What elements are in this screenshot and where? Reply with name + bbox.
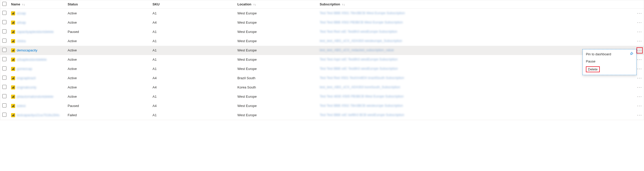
svg-rect-14 [14, 49, 14, 51]
subscription-cell: test_test_ABG_xCX_ADA303 koreSouth_Subsc… [318, 83, 634, 92]
col-header-subscription[interactable]: Subscription ↑↓ [318, 0, 634, 8]
more-actions-button[interactable]: ··· [637, 112, 643, 118]
resource-name-link[interactable]: a3saplestdontdelete [17, 58, 47, 61]
sku-cell: A1 [150, 111, 235, 120]
row-checkbox[interactable] [2, 57, 6, 61]
subscription-cell: Test Test Red vdC Test8h3 westEurope Sub… [318, 27, 634, 37]
table-row[interactable]: a3saplestdontdeleteActiveA1West EuropeTe… [0, 55, 644, 64]
svg-rect-17 [14, 59, 14, 61]
svg-rect-9 [12, 41, 13, 42]
svg-rect-20 [14, 68, 14, 70]
table-row[interactable]: tuitestPausedA4West EuropeTest Test BBB … [0, 101, 644, 111]
resource-name-link[interactable]: a1sap [17, 11, 26, 15]
more-actions-button[interactable]: ··· [637, 47, 643, 53]
status-cell: Active [66, 74, 150, 83]
row-checkbox[interactable] [2, 76, 6, 80]
row-checkbox[interactable] [2, 20, 6, 24]
resource-name-link[interactable]: a4sap [17, 21, 26, 24]
svg-rect-19 [13, 68, 13, 70]
table-row[interactable]: clintraActiveA1West Europetest_test_ABG_… [0, 37, 644, 46]
resource-name-link[interactable]: engmakconly [17, 85, 37, 89]
location-cell: West Europe [235, 111, 318, 120]
more-actions-button[interactable]: ··· [637, 84, 643, 91]
svg-rect-13 [13, 50, 13, 51]
status-cell: Active [66, 8, 150, 18]
resource-name-link[interactable]: testcapacitys21ss7018s284s [17, 113, 59, 117]
sort-icon: ↑↓ [341, 3, 345, 6]
col-header-status[interactable]: Status [66, 0, 150, 8]
more-actions-button[interactable]: ··· [637, 75, 643, 81]
more-actions-button[interactable]: ··· [637, 94, 643, 100]
menu-item-pause[interactable]: Pause [583, 58, 636, 65]
row-checkbox[interactable] [2, 39, 6, 43]
svg-rect-6 [12, 32, 13, 33]
svg-rect-2 [14, 12, 14, 14]
col-header-location[interactable]: Location ↑↓ [235, 0, 318, 8]
row-checkbox[interactable] [2, 29, 6, 33]
table-row[interactable]: democapacityActiveA1West Europetest_test… [0, 46, 644, 55]
status-cell: Active [66, 64, 150, 74]
subscription-cell: Test Test 4830 X505 PB3BCB West Europe S… [318, 92, 634, 101]
location-cell: West Europe [235, 55, 318, 64]
col-header-status-label: Status [68, 2, 78, 6]
row-checkbox[interactable] [2, 11, 6, 15]
sku-cell: A1 [150, 55, 235, 64]
sku-cell: A4 [150, 101, 235, 111]
row-checkbox[interactable] [2, 103, 6, 107]
capacity-icon [11, 76, 15, 80]
menu-item-delete-label: Delete [586, 66, 600, 72]
ellipsis-icon: ··· [637, 113, 642, 117]
svg-rect-25 [13, 87, 13, 88]
col-header-sku[interactable]: SKU [150, 0, 235, 8]
table-row[interactable]: gomezcapActiveA1West EuropeTest Test BBB… [0, 64, 644, 74]
table-row[interactable]: engmakconlyActiveA4Korea Southtest_test_… [0, 83, 644, 92]
table-header-row: Name ↑↓ Status SKU Location ↑↓ Subscript… [0, 0, 644, 8]
subscription-cell: Test Test BBB X502 78m3BCB westeurope Su… [318, 101, 634, 111]
resource-name-link[interactable]: gomezcap [17, 67, 32, 71]
resource-name-link[interactable]: tuitest [17, 104, 26, 108]
sku-cell: A1 [150, 46, 235, 55]
row-checkbox[interactable] [2, 48, 6, 52]
table-row[interactable]: engcapbrazilActiveA4Brazil SouthTest Tes… [0, 74, 644, 83]
svg-rect-23 [14, 77, 14, 79]
row-checkbox[interactable] [2, 85, 6, 89]
location-cell: West Europe [235, 8, 318, 18]
svg-rect-30 [12, 106, 13, 107]
resource-name-link[interactable]: capacityaptestdontdelete [17, 30, 54, 34]
more-actions-button[interactable]: ··· [637, 10, 643, 16]
col-header-name[interactable]: Name ↑↓ [9, 0, 66, 8]
table-row[interactable]: a1sapActiveA1West EuropeTest Test BBB X5… [0, 8, 644, 18]
more-actions-button[interactable]: ··· [637, 103, 643, 109]
menu-item-delete[interactable]: Delete [583, 65, 636, 74]
row-checkbox[interactable] [2, 94, 6, 98]
col-header-sku-label: SKU [153, 2, 159, 6]
table-row[interactable]: a4sapActiveA4West EuropeTest Test BBB X5… [0, 18, 644, 27]
resource-name-link[interactable]: engcapbrazil [17, 76, 36, 80]
table-row[interactable]: capacityaptestdontdeletePausedA1West Eur… [0, 27, 644, 37]
svg-rect-34 [13, 115, 13, 116]
table-row[interactable]: pbiautomationdontdeleteActiveA1West Euro… [0, 92, 644, 101]
svg-rect-33 [12, 115, 13, 116]
select-all-checkbox[interactable] [2, 2, 6, 6]
row-checkbox[interactable] [2, 113, 6, 117]
more-actions-button[interactable]: ··· [637, 20, 643, 26]
menu-item-pin[interactable]: Pin to dashboard [583, 50, 636, 58]
resource-name-link[interactable]: clintra [17, 39, 26, 43]
svg-rect-1 [13, 13, 13, 14]
capacity-icon [11, 39, 15, 43]
svg-rect-7 [13, 31, 13, 33]
more-actions-button[interactable]: ··· [637, 29, 643, 35]
location-cell: West Europe [235, 18, 318, 27]
capacity-icon [11, 30, 15, 34]
capacity-icon [11, 85, 15, 89]
resource-name-link[interactable]: pbiautomationdontdelete [17, 95, 53, 98]
row-checkbox[interactable] [2, 66, 6, 70]
more-actions-button[interactable]: ··· [637, 66, 643, 72]
sku-cell: A1 [150, 92, 235, 101]
capacity-icon [11, 67, 15, 71]
resource-name-link[interactable]: democapacity [17, 48, 37, 52]
more-actions-button[interactable]: ··· [637, 57, 643, 63]
sku-cell: A4 [150, 83, 235, 92]
more-actions-button[interactable]: ··· [637, 38, 643, 44]
table-row[interactable]: testcapacitys21ss7018s284sFailedA1West E… [0, 111, 644, 120]
